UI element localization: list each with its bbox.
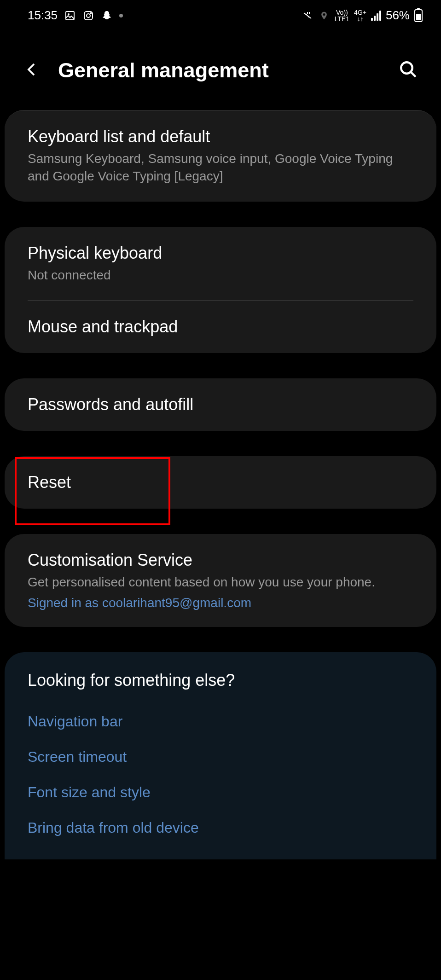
header: General management bbox=[0, 31, 441, 110]
instagram-icon bbox=[82, 10, 94, 22]
status-time: 15:35 bbox=[28, 8, 58, 23]
battery-icon bbox=[414, 9, 423, 22]
status-right: Vo)) LTE1 4G+ ↓↑ 56% bbox=[302, 8, 423, 23]
card-reset: Reset bbox=[5, 456, 436, 509]
page-title: General management bbox=[58, 58, 269, 82]
physical-keyboard-item[interactable]: Physical keyboard Not connected bbox=[5, 227, 436, 301]
keyboard-list-item[interactable]: Keyboard list and default Samsung Keyboa… bbox=[5, 110, 436, 202]
card-customisation: Customisation Service Get personalised c… bbox=[5, 534, 436, 627]
status-left: 15:35 bbox=[28, 8, 123, 23]
customisation-item[interactable]: Customisation Service Get personalised c… bbox=[5, 534, 436, 627]
svg-point-3 bbox=[87, 14, 90, 17]
link-navigation-bar[interactable]: Navigation bar bbox=[5, 704, 436, 739]
passwords-autofill-title: Passwords and autofill bbox=[28, 395, 413, 414]
physical-keyboard-subtitle: Not connected bbox=[28, 267, 413, 284]
svg-point-5 bbox=[401, 62, 412, 74]
customisation-subtitle: Get personalised content based on how yo… bbox=[28, 574, 413, 591]
passwords-autofill-item[interactable]: Passwords and autofill bbox=[5, 378, 436, 431]
physical-keyboard-title: Physical keyboard bbox=[28, 244, 413, 263]
keyboard-list-title: Keyboard list and default bbox=[28, 127, 413, 146]
back-icon[interactable] bbox=[23, 61, 40, 80]
notification-dot-icon bbox=[119, 14, 123, 17]
customisation-signed-in: Signed in as coolarihant95@gmail.com bbox=[28, 596, 413, 610]
keyboard-list-subtitle: Samsung Keyboard, Samsung voice input, G… bbox=[28, 150, 413, 185]
card-keyboard-group: Keyboard list and default Samsung Keyboa… bbox=[5, 110, 436, 202]
battery-percent: 56% bbox=[386, 8, 410, 23]
link-screen-timeout[interactable]: Screen timeout bbox=[5, 739, 436, 775]
svg-point-4 bbox=[91, 12, 92, 13]
svg-rect-0 bbox=[66, 12, 74, 20]
gallery-icon bbox=[64, 10, 76, 22]
customisation-title: Customisation Service bbox=[28, 551, 413, 570]
mouse-trackpad-item[interactable]: Mouse and trackpad bbox=[5, 301, 436, 353]
reset-title: Reset bbox=[28, 473, 413, 492]
volte-indicator: Vo)) LTE1 bbox=[335, 9, 349, 22]
card-looking-for: Looking for something else? Navigation b… bbox=[5, 652, 436, 859]
snapchat-icon bbox=[101, 10, 113, 22]
looking-for-title: Looking for something else? bbox=[5, 652, 436, 704]
link-font-size-style[interactable]: Font size and style bbox=[5, 775, 436, 810]
card-input-devices: Physical keyboard Not connected Mouse an… bbox=[5, 227, 436, 354]
vibrate-icon bbox=[302, 10, 313, 22]
status-bar: 15:35 Vo)) LTE1 4G+ ↓↑ bbox=[0, 0, 441, 31]
location-icon bbox=[318, 10, 330, 22]
search-icon[interactable] bbox=[399, 60, 418, 81]
link-bring-data-old-device[interactable]: Bring data from old device bbox=[5, 810, 436, 846]
signal-icon bbox=[371, 11, 381, 21]
card-passwords: Passwords and autofill bbox=[5, 378, 436, 431]
mouse-trackpad-title: Mouse and trackpad bbox=[28, 317, 413, 336]
data-type-indicator: 4G+ ↓↑ bbox=[354, 9, 366, 22]
reset-item[interactable]: Reset bbox=[5, 456, 436, 509]
svg-point-1 bbox=[68, 13, 70, 15]
